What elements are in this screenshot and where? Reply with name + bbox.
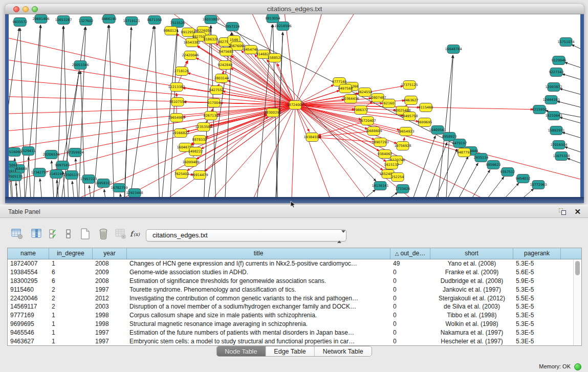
network-node[interactable]: 12444193	[542, 96, 559, 104]
network-node[interactable]: 9435572	[13, 18, 28, 27]
network-node[interactable]: 1145194	[49, 170, 64, 179]
table-settings-icon[interactable]	[10, 227, 25, 241]
network-node[interactable]: 18300295	[264, 108, 281, 117]
network-node[interactable]: 15892971	[548, 126, 564, 135]
column-header-out_de[interactable]: △out_de…	[390, 248, 430, 259]
network-node[interactable]: 17016504	[550, 141, 567, 149]
new-column-icon[interactable]	[78, 227, 93, 241]
network-node[interactable]: 20364436	[342, 95, 359, 103]
table-row[interactable]: 1830029562008Estimation of significance …	[8, 277, 573, 286]
table-body[interactable]: 1872400712008Changes of HCN gene express…	[8, 259, 573, 345]
network-node[interactable]: 9505135	[9, 172, 23, 181]
vertical-scrollbar[interactable]	[573, 259, 581, 345]
table-row[interactable]: 1456911722003Disruption of a novel membe…	[8, 302, 573, 311]
delete-column-trash-icon[interactable]	[96, 227, 111, 241]
network-node[interactable]: 18724007	[287, 101, 303, 110]
network-node[interactable]: 9129946	[552, 56, 567, 65]
network-node[interactable]: 1733426	[396, 185, 410, 193]
network-node[interactable]: 17957223	[80, 175, 97, 184]
table-row[interactable]: 1938455462009Genome-wide association stu…	[8, 268, 573, 277]
table-row[interactable]: 911546021997Tourette syndrome. Phenomeno…	[8, 286, 573, 294]
network-node[interactable]: 22420046	[182, 51, 199, 60]
network-node[interactable]: 13505135	[63, 171, 80, 180]
network-node[interactable]: 14136141	[372, 182, 388, 190]
network-node[interactable]: 917004	[208, 99, 221, 107]
network-node[interactable]: 9357512	[500, 168, 515, 177]
network-node[interactable]: 20691406	[32, 15, 49, 24]
column-header-year[interactable]: year	[93, 248, 127, 259]
column-header-short[interactable]: short	[430, 248, 513, 259]
column-header-in_degree[interactable]: in_degree	[49, 248, 93, 259]
memory-status-dot-icon[interactable]	[574, 363, 581, 370]
network-node[interactable]: 11675338	[553, 152, 570, 161]
scrollbar-thumb[interactable]	[575, 261, 580, 275]
network-node[interactable]: 18107554	[169, 98, 186, 106]
network-node[interactable]: 9463627	[404, 96, 419, 105]
network-node[interactable]: 19218596	[274, 22, 291, 31]
network-node[interactable]: 6497568	[338, 84, 353, 93]
network-node[interactable]: 8215958	[532, 105, 547, 114]
network-node[interactable]: 8671358	[147, 16, 162, 25]
network-node[interactable]: 62160	[383, 99, 395, 108]
network-node[interactable]: 12093872	[545, 83, 562, 92]
network-node[interactable]: 10719121	[123, 17, 140, 26]
network-node[interactable]: 20206536	[42, 150, 59, 159]
network-node[interactable]: 16099489	[182, 158, 199, 167]
network-node[interactable]: 1588520	[268, 54, 282, 62]
select-rows-icon[interactable]: ✓✓	[47, 227, 61, 241]
network-node[interactable]: 10688609	[365, 127, 382, 136]
network-node[interactable]: 3624554	[358, 88, 373, 97]
table-row[interactable]: 946554611997Estimation of the future num…	[8, 329, 573, 337]
network-node[interactable]: 9856623	[486, 161, 501, 169]
network-node[interactable]: 7986372	[354, 106, 368, 115]
network-node[interactable]: 9242848	[218, 61, 233, 70]
network-node[interactable]: 17359924	[67, 148, 83, 157]
network-node[interactable]: 252254	[391, 173, 404, 182]
network-node[interactable]: 1615132	[384, 161, 399, 169]
network-node[interactable]: 2516060	[9, 148, 21, 157]
network-node[interactable]: 9097587	[55, 161, 70, 170]
network-node[interactable]: 9227343	[549, 68, 564, 77]
network-node[interactable]: 9860124	[164, 27, 179, 35]
network-node[interactable]: 9699695	[418, 118, 432, 127]
network-node[interactable]: 16033809	[202, 15, 219, 24]
network-node[interactable]: 8475685	[219, 48, 234, 56]
network-node[interactable]: 1327602	[79, 17, 94, 26]
select-columns-icon[interactable]	[30, 227, 44, 241]
network-node[interactable]: 16210643	[545, 112, 562, 120]
network-node[interactable]: 18495758	[401, 112, 418, 121]
tab-node-table[interactable]: Node Table	[216, 346, 266, 357]
network-node[interactable]: 19166822	[172, 129, 189, 138]
float-panel-icon[interactable]	[559, 208, 567, 215]
network-node[interactable]: 16648784	[445, 45, 462, 54]
network-node[interactable]: 10772963	[530, 181, 547, 189]
network-node[interactable]: 7857224	[225, 23, 240, 31]
network-node[interactable]: 19384554	[303, 133, 320, 142]
network-node[interactable]: 8466190	[102, 15, 117, 24]
network-node[interactable]: 18907293	[372, 138, 388, 147]
network-node[interactable]: 12923448	[126, 189, 143, 198]
close-panel-icon[interactable]: ✕	[574, 207, 581, 216]
network-node[interactable]: 2935114	[474, 154, 489, 162]
network-node[interactable]: 16958107	[95, 179, 112, 188]
table-selector-dropdown[interactable]: citations_edges.txt	[146, 229, 346, 242]
table-row[interactable]: 946362711997Embryonic stem cells: a mode…	[8, 337, 573, 345]
network-node[interactable]: 7515526	[170, 19, 185, 28]
network-node[interactable]: 16720407	[359, 117, 376, 125]
network-node[interactable]: 15751074	[557, 38, 574, 47]
network-node[interactable]: 19756928	[394, 142, 411, 150]
column-header-title[interactable]: title	[127, 248, 390, 259]
table-row[interactable]: 1872400712008Changes of HCN gene express…	[8, 259, 573, 268]
network-node[interactable]: 8427552	[209, 86, 224, 95]
network-node[interactable]: 20053346	[72, 61, 89, 70]
table-row[interactable]: 2242004622012Investigating the contribut…	[8, 294, 573, 303]
network-node[interactable]: 1529411	[21, 147, 36, 156]
function-builder-icon[interactable]: f(x)	[129, 227, 143, 241]
network-node[interactable]: 10653287	[55, 16, 72, 25]
table-row[interactable]: 969969511998Structural magnetic resonanc…	[8, 320, 573, 329]
network-node[interactable]: 7625402	[175, 170, 189, 179]
network-node[interactable]: 12342757	[31, 168, 48, 177]
tab-network-table[interactable]: Network Table	[315, 346, 372, 357]
network-node[interactable]: 17375125	[401, 81, 418, 90]
column-header-pagerank[interactable]: pagerank	[513, 248, 561, 259]
